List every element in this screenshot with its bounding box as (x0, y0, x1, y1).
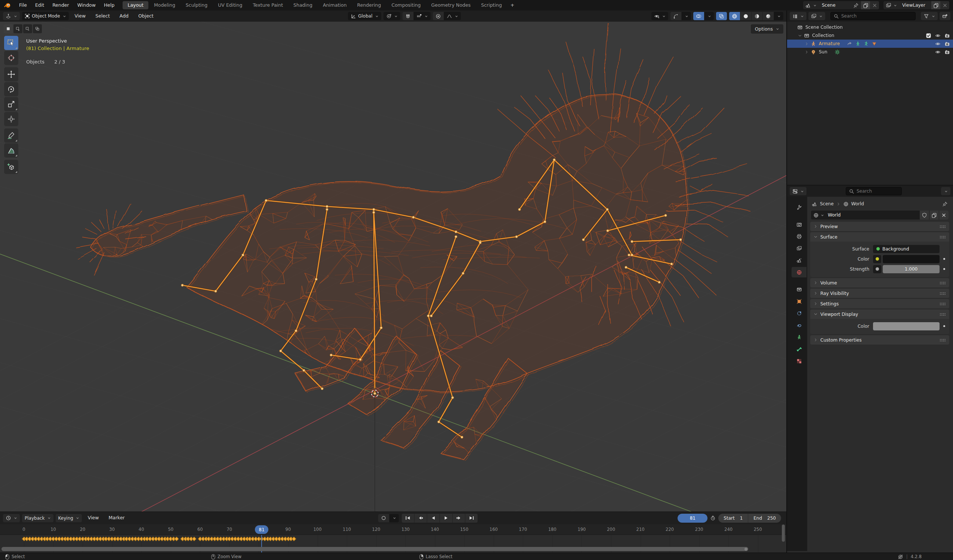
snap-settings-dropdown[interactable] (414, 12, 430, 20)
snap-toggle[interactable] (402, 12, 413, 20)
auto-keying-toggle[interactable] (378, 514, 389, 522)
workspace-tab-texture-paint[interactable]: Texture Paint (248, 1, 288, 10)
properties-tab-object[interactable] (792, 296, 807, 306)
jump-to-start-button[interactable] (402, 514, 414, 523)
eye-toggle[interactable] (935, 33, 941, 39)
workspace-tab-modeling[interactable]: Modeling (149, 1, 180, 10)
editor-type-button[interactable] (3, 12, 20, 20)
outliner-row-scene-collection[interactable]: Scene Collection (787, 23, 953, 31)
world-datablock-field[interactable]: World (811, 210, 948, 220)
visibility-dropdown[interactable] (651, 12, 668, 20)
new-collection-button[interactable] (939, 12, 950, 20)
outliner-display-mode-button[interactable] (790, 12, 807, 20)
unlink-datablock-button[interactable] (939, 210, 948, 220)
menu-help[interactable]: Help (100, 2, 118, 9)
new-view-layer-button[interactable] (931, 1, 940, 9)
viewport-menu-select[interactable]: Select (92, 13, 113, 20)
menu-window[interactable]: Window (74, 2, 99, 9)
properties-options-button[interactable] (941, 187, 950, 195)
auto-keying-dropdown[interactable] (390, 514, 399, 522)
new-scene-button[interactable] (861, 1, 870, 9)
properties-tab-texture[interactable] (792, 356, 807, 366)
properties-editor-type-button[interactable] (790, 187, 807, 195)
use-preview-range-icon[interactable] (710, 515, 716, 521)
timeline-menu-playback[interactable]: Playback (22, 514, 53, 522)
proportional-editing-toggle[interactable] (433, 12, 444, 20)
select-mode-subtract-button[interactable] (23, 24, 32, 33)
eye-toggle[interactable] (935, 49, 941, 55)
tool-rotate-button[interactable] (4, 82, 18, 96)
drag-handle-icon[interactable] (939, 339, 946, 342)
camera-toggle[interactable] (944, 49, 950, 55)
menu-edit[interactable]: Edit (31, 2, 48, 9)
properties-tab-scene[interactable] (792, 255, 807, 265)
keyframe-diamond[interactable] (292, 537, 296, 541)
shading-dropdown[interactable] (774, 12, 783, 20)
panel-header-custom-properties[interactable]: Custom Properties (810, 335, 949, 345)
properties-tab-collection[interactable] (792, 284, 807, 295)
tool-measure-button[interactable] (4, 143, 18, 158)
camera-toggle[interactable] (944, 41, 950, 47)
panel-header-preview[interactable]: Preview (810, 222, 949, 231)
workspace-tab-shading[interactable]: Shading (289, 1, 317, 10)
tool-scale-button[interactable] (4, 97, 18, 111)
properties-tab-output[interactable] (792, 231, 807, 241)
panel-header-ray-visibility[interactable]: Ray Visibility (810, 289, 949, 298)
drag-handle-icon[interactable] (939, 282, 946, 285)
view-layer-selector[interactable]: ViewLayer (883, 1, 949, 9)
breadcrumb-world[interactable]: World (851, 201, 864, 206)
properties-tab-constraints[interactable] (792, 308, 807, 319)
workspace-tab-rendering[interactable]: Rendering (352, 1, 386, 10)
current-frame-field[interactable]: 81 (678, 514, 708, 523)
workspace-tab-geometry-nodes[interactable]: Geometry Nodes (427, 1, 475, 10)
strength-slider[interactable]: 1.000 (883, 265, 939, 273)
outliner-filter-button[interactable] (921, 12, 937, 20)
shading-rendered-button[interactable] (763, 12, 774, 20)
add-workspace-button[interactable]: + (508, 1, 517, 10)
eye-toggle[interactable] (935, 41, 941, 47)
viewport-menu-object[interactable]: Object (135, 13, 157, 20)
surface-shader-dropdown[interactable]: Background (873, 245, 939, 253)
properties-tab-bone[interactable] (792, 344, 807, 354)
timeline-ruler[interactable]: 0102030405060708090100110120130140150160… (0, 524, 786, 535)
outliner-row-sun[interactable]: Sun (787, 48, 953, 56)
fake-user-button[interactable] (919, 210, 929, 220)
proportional-falloff-dropdown[interactable] (444, 12, 461, 20)
properties-search[interactable] (846, 187, 902, 195)
pivot-point-dropdown[interactable] (383, 12, 400, 20)
panel-header-surface[interactable]: Surface (810, 232, 949, 241)
breadcrumb-scene[interactable]: Scene (820, 201, 834, 206)
properties-tab-render[interactable] (792, 219, 807, 230)
drag-handle-icon[interactable] (939, 292, 946, 295)
timeline-keyframe-lane[interactable] (0, 535, 786, 552)
play-reverse-button[interactable] (427, 514, 439, 523)
expand-down-icon[interactable] (798, 34, 802, 38)
color-swatch[interactable] (883, 255, 939, 263)
start-frame-field[interactable]: Start 1 (718, 514, 748, 523)
drag-handle-icon[interactable] (939, 235, 946, 238)
outliner-search[interactable] (830, 12, 916, 20)
menu-file[interactable]: File (16, 2, 31, 9)
drag-handle-icon[interactable] (939, 313, 946, 316)
keyframe-diamond[interactable] (192, 537, 197, 541)
gizmos-toggle[interactable] (671, 12, 681, 20)
overlays-dropdown[interactable] (705, 12, 714, 20)
tool-annotate-button[interactable] (4, 128, 18, 142)
unlink-scene-button[interactable] (870, 1, 879, 9)
properties-tab-world[interactable] (792, 267, 807, 277)
panel-header-volume[interactable]: Volume (810, 278, 949, 288)
outliner-filter-mode-button[interactable] (809, 12, 825, 20)
viewport-menu-add[interactable]: Add (116, 13, 132, 20)
shading-material-button[interactable] (751, 12, 762, 20)
scene-selector[interactable]: Scene (803, 1, 879, 9)
options-button[interactable]: Options (751, 24, 783, 34)
workspace-tab-compositing[interactable]: Compositing (386, 1, 425, 10)
properties-tab-view-layer[interactable] (792, 243, 807, 254)
properties-search-input[interactable] (857, 189, 899, 194)
menu-render[interactable]: Render (48, 2, 73, 9)
outliner-search-input[interactable] (841, 14, 913, 19)
expand-right-icon[interactable] (804, 50, 809, 54)
camera-toggle[interactable] (944, 33, 950, 39)
animate-dot[interactable] (941, 325, 947, 327)
properties-tab-physics[interactable] (792, 320, 807, 330)
